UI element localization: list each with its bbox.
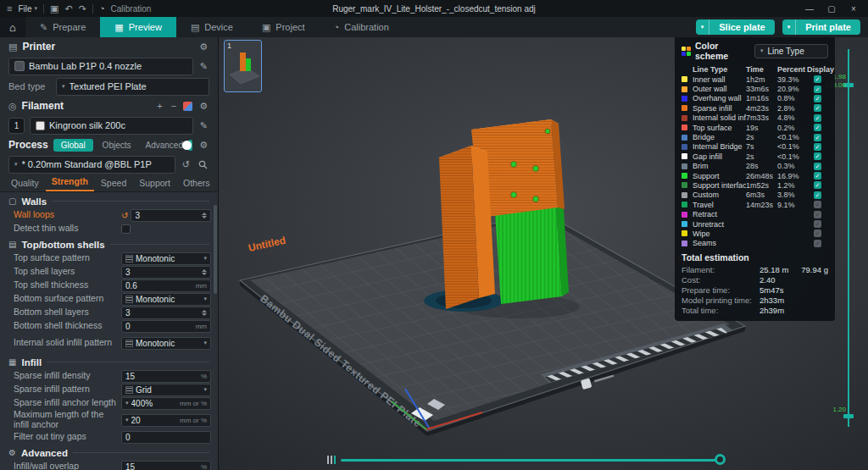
printer-settings-icon[interactable]: ⚙ xyxy=(198,41,209,53)
preset-select[interactable]: ▾ * 0.20mm Standard @BBL P1P xyxy=(8,156,175,174)
display-checkbox[interactable]: ✓ xyxy=(814,172,821,180)
display-checkbox[interactable]: ✓ xyxy=(814,75,821,83)
param-row: Bottom surface patternMonotonic▾ xyxy=(0,292,218,306)
print-plate-button[interactable]: ▾ Print plate xyxy=(782,19,860,35)
spin-top-shell-layers[interactable]: 3 xyxy=(121,266,211,279)
layer-slider[interactable]: 1.98 133.00 1.20 xyxy=(838,49,859,439)
move-slider-track[interactable] xyxy=(341,459,719,462)
settings-tab-support[interactable]: Support xyxy=(133,175,176,191)
combo-sparse-infill-anchor-length[interactable]: ▾400%mm or % xyxy=(121,397,211,410)
move-slider[interactable] xyxy=(327,453,726,467)
display-checkbox[interactable]: ✓ xyxy=(814,143,821,151)
settings-tab-quality[interactable]: Quality xyxy=(5,175,45,191)
display-checkbox[interactable]: ✓ xyxy=(814,220,821,228)
display-checkbox[interactable]: ✓ xyxy=(814,191,821,199)
spinner-arrows[interactable] xyxy=(202,213,207,218)
chevron-down-icon: ▾ xyxy=(203,296,207,302)
group-top-bottom-shells: ▤Top/bottom shells xyxy=(0,237,218,252)
line-type-time: 1h2m xyxy=(746,75,777,84)
color-scheme-title: Color scheme xyxy=(695,41,750,61)
minimize-button[interactable]: — xyxy=(798,0,821,17)
display-checkbox[interactable]: ✓ xyxy=(814,229,821,237)
sidebar-scrollbar[interactable] xyxy=(214,205,217,468)
display-checkbox[interactable]: ✓ xyxy=(814,181,821,189)
edit-filament-icon[interactable]: ✎ xyxy=(198,120,209,131)
tab-project[interactable]: ▣Project xyxy=(248,17,320,37)
maximize-button[interactable]: ▢ xyxy=(821,0,843,17)
line-type-percent: 16.9% xyxy=(777,172,807,180)
display-checkbox[interactable]: ✓ xyxy=(814,163,821,170)
display-checkbox[interactable]: ✓ xyxy=(814,95,821,102)
display-checkbox[interactable]: ✓ xyxy=(814,134,821,141)
redo-icon[interactable]: ↷ xyxy=(79,3,86,14)
filament-settings-icon[interactable]: ⚙ xyxy=(198,101,209,112)
display-checkbox[interactable]: ✓ xyxy=(814,201,821,208)
checkbox-detect-thin-walls[interactable] xyxy=(121,224,131,234)
display-checkbox[interactable]: ✓ xyxy=(814,152,821,160)
printer-select[interactable]: Bambu Lab P1P 0.4 nozzle xyxy=(8,58,193,75)
spin-wall-loops[interactable]: 3 xyxy=(131,209,211,222)
display-checkbox[interactable]: ✓ xyxy=(814,124,821,131)
reset-icon[interactable]: ↺ xyxy=(121,211,128,220)
calibration-menu-item[interactable]: Calibration xyxy=(111,4,152,14)
file-menu[interactable]: File ▾ xyxy=(18,4,37,14)
select-bottom-surface-pattern[interactable]: Monotonic▾ xyxy=(121,293,211,306)
edit-printer-icon[interactable]: ✎ xyxy=(198,61,209,72)
chevron-down-icon[interactable]: ▾ xyxy=(782,19,797,35)
flush-options-icon[interactable] xyxy=(183,102,192,111)
layer-slider-track[interactable] xyxy=(848,49,849,427)
legend-row: Internal Bridge7s<0.1%✓ xyxy=(682,142,828,152)
input-bottom-shell-thickness[interactable]: 0mm xyxy=(121,320,211,333)
remove-filament-icon[interactable]: − xyxy=(170,101,178,111)
input-sparse-infill-density[interactable]: 15% xyxy=(121,370,211,383)
view-mode-select[interactable]: ▾ Line Type xyxy=(754,44,828,58)
spinner-arrows[interactable] xyxy=(202,269,207,275)
undo-icon[interactable]: ↶ xyxy=(64,3,72,14)
filament-select[interactable]: Kingroon silk 200c xyxy=(30,117,193,135)
bed-type-select[interactable]: ▾ Textured PEI Plate xyxy=(56,78,209,96)
scope-global-button[interactable]: Global xyxy=(53,139,93,152)
select-top-surface-pattern[interactable]: Monotonic▾ xyxy=(121,252,211,265)
display-checkbox[interactable]: ✓ xyxy=(814,104,821,112)
select-internal-solid-infill-pattern[interactable]: Monotonic▾ xyxy=(121,337,211,350)
advanced-toggle[interactable] xyxy=(188,140,192,151)
move-slider-handle[interactable] xyxy=(715,454,726,465)
input-infill-wall-overlap[interactable]: 15% xyxy=(121,461,211,470)
chevron-down-icon[interactable]: ▾ xyxy=(696,19,710,35)
slice-plate-button[interactable]: ▾ Slice plate xyxy=(696,19,775,35)
scope-objects-button[interactable]: Objects xyxy=(98,139,136,152)
settings-tab-strength[interactable]: Strength xyxy=(46,174,94,191)
select-sparse-infill-pattern[interactable]: Grid▾ xyxy=(121,384,211,396)
layer-slider-bottom-handle[interactable] xyxy=(843,414,854,418)
tab-device[interactable]: ▤Device xyxy=(176,17,248,37)
menu-icon[interactable]: ≡ xyxy=(7,3,12,14)
display-checkbox[interactable]: ✓ xyxy=(814,86,821,93)
display-checkbox[interactable]: ✓ xyxy=(814,240,821,247)
display-checkbox[interactable]: ✓ xyxy=(814,211,821,218)
save-icon[interactable]: ▣ xyxy=(50,3,58,14)
search-preset-icon[interactable] xyxy=(197,160,209,169)
tab-calibration[interactable]: ◔Calibration xyxy=(320,17,403,37)
settings-tab-speed[interactable]: Speed xyxy=(95,175,132,191)
process-settings-icon[interactable]: ⚙ xyxy=(198,140,209,151)
close-button[interactable]: × xyxy=(843,0,865,17)
reset-preset-icon[interactable]: ↺ xyxy=(181,159,192,170)
spin-bottom-shell-layers[interactable]: 3 xyxy=(121,307,211,319)
tab-prepare[interactable]: ✎Prepare xyxy=(25,17,100,37)
viewport-3d[interactable]: Bambu Dual Sided Textured PEI Plate Unti… xyxy=(219,37,868,470)
process-header: Process xyxy=(8,139,48,151)
filament-slot-badge[interactable]: 1 xyxy=(8,118,25,134)
plate-thumbnail[interactable]: 1 xyxy=(224,40,262,92)
add-filament-icon[interactable]: + xyxy=(155,101,164,111)
legend-rows: Inner wall1h2m39.3%✓Outer wall33m6s20.9%… xyxy=(682,75,828,248)
tab-preview[interactable]: ▦Preview xyxy=(100,17,176,37)
combo-maximum-length-of-the-infill-anchor[interactable]: ▾20mm or % xyxy=(121,414,211,427)
settings-tab-others[interactable]: Others xyxy=(177,175,216,191)
display-checkbox[interactable]: ✓ xyxy=(814,114,821,122)
divider xyxy=(110,244,209,245)
spinner-arrows[interactable] xyxy=(202,310,207,316)
input-top-shell-thickness[interactable]: 0.6mm xyxy=(121,279,211,292)
value: 15 xyxy=(125,372,198,381)
input-filter-out-tiny-gaps[interactable]: 0 xyxy=(121,431,211,444)
home-button[interactable]: ⌂ xyxy=(0,17,25,37)
